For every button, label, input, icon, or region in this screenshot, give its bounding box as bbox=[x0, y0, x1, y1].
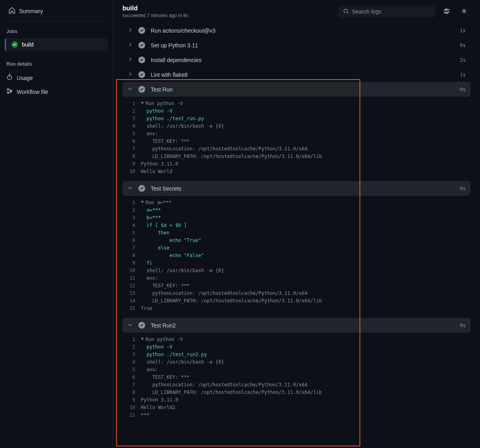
check-circle-icon bbox=[138, 42, 145, 49]
log-line: 7 else bbox=[122, 244, 470, 252]
search-input[interactable] bbox=[352, 8, 431, 15]
step-row[interactable]: Set up Python 3.110s bbox=[122, 38, 470, 53]
step-duration: 0s bbox=[460, 87, 466, 92]
chevron-right-icon bbox=[127, 42, 133, 49]
step-row[interactable]: Run actions/checkout@v31s bbox=[122, 23, 470, 38]
step-duration: 2s bbox=[460, 57, 466, 63]
log-line: 13 pythonLocation: /opt/hostedtoolcache/… bbox=[122, 290, 470, 297]
check-circle-icon bbox=[138, 56, 145, 63]
log-line: 1Run python -V bbox=[122, 100, 470, 107]
chevron-down-icon bbox=[127, 185, 133, 192]
job-item-build[interactable]: build bbox=[5, 38, 108, 51]
step-name: Install dependencies bbox=[151, 57, 455, 63]
step-name: Test Run2 bbox=[151, 322, 455, 329]
check-circle-icon bbox=[138, 86, 145, 93]
sidebar: Summary Jobs build Run details Usage Wor… bbox=[0, 0, 113, 448]
log-line: 3 b=*** bbox=[122, 214, 470, 222]
log-line: 11 env: bbox=[122, 275, 470, 282]
log-line: 10 shell: /usr/bin/bash -e {0} bbox=[122, 267, 470, 275]
step-name: Run actions/checkout@v3 bbox=[151, 27, 455, 34]
sidebar-usage[interactable]: Usage bbox=[0, 71, 113, 85]
sidebar-usage-label: Usage bbox=[17, 75, 33, 81]
step-name: Set up Python 3.11 bbox=[151, 42, 455, 49]
page-subtitle: succeeded 7 minutes ago in 8s bbox=[122, 13, 334, 18]
log-line: 7 pythonLocation: /opt/hostedtoolcache/P… bbox=[122, 381, 470, 389]
chevron-right-icon bbox=[127, 27, 133, 34]
log-line: 5 then bbox=[122, 229, 470, 237]
log-line: 14 LD_LIBRARY_PATH: /opt/hostedtoolcache… bbox=[122, 297, 470, 305]
log-line: 9 fi bbox=[122, 259, 470, 267]
gear-icon bbox=[461, 8, 467, 16]
step-name: Test Secrets bbox=[151, 185, 455, 192]
check-circle-icon bbox=[138, 322, 145, 329]
step-duration: 0s bbox=[460, 43, 466, 48]
log-line: 8 echo "False" bbox=[122, 252, 470, 259]
refresh-button[interactable] bbox=[440, 5, 453, 18]
step-duration: 0s bbox=[460, 186, 466, 191]
check-circle-icon bbox=[138, 71, 145, 78]
log-line: 1Run a=*** bbox=[122, 199, 470, 206]
chevron-right-icon bbox=[127, 71, 133, 78]
chevron-down-icon bbox=[127, 86, 133, 93]
sidebar-workflow-file[interactable]: Workflow file bbox=[0, 85, 113, 99]
log-line: 4 shell: /usr/bin/bash -e {0} bbox=[122, 358, 470, 366]
check-circle-icon bbox=[12, 41, 18, 48]
search-box[interactable] bbox=[338, 6, 435, 18]
log-line: 8 LD_LIBRARY_PATH: /opt/hostedtoolcache/… bbox=[122, 389, 470, 396]
log-line: 3 python ./test_run2.py bbox=[122, 351, 470, 358]
log-line: 10Hello World2 bbox=[122, 404, 470, 411]
step-row[interactable]: Lint with flake81s bbox=[122, 67, 470, 82]
log-block: 1Run python -V2 python -V3 python ./test… bbox=[122, 333, 470, 425]
sidebar-summary[interactable]: Summary bbox=[5, 5, 108, 17]
jobs-heading: Jobs bbox=[0, 26, 113, 37]
svg-point-5 bbox=[463, 10, 465, 12]
step-duration: 1s bbox=[460, 72, 466, 78]
log-line: 15True bbox=[122, 305, 470, 312]
settings-button[interactable] bbox=[458, 5, 470, 18]
log-line: 3 python ./test_run.py bbox=[122, 115, 470, 123]
step-row[interactable]: Test Run0s bbox=[122, 82, 470, 97]
log-line: 2 python -V bbox=[122, 343, 470, 351]
log-line: 4 shell: /usr/bin/bash -e {0} bbox=[122, 123, 470, 130]
step-name: Lint with flake8 bbox=[151, 72, 455, 78]
step-name: Test Run bbox=[151, 86, 455, 93]
header: build succeeded 7 minutes ago in 8s bbox=[113, 0, 480, 23]
step-row[interactable]: Test Run20s bbox=[122, 318, 470, 333]
chevron-down-icon bbox=[127, 322, 133, 329]
log-line: 8 LD_LIBRARY_PATH: /opt/hostedtoolcache/… bbox=[122, 153, 470, 160]
header-title-block: build succeeded 7 minutes ago in 8s bbox=[122, 5, 334, 18]
log-line: 6 TEST_KEY: *** bbox=[122, 138, 470, 145]
page-title: build bbox=[122, 5, 334, 12]
step-row[interactable]: Install dependencies2s bbox=[122, 53, 470, 67]
check-circle-icon bbox=[138, 27, 145, 34]
sidebar-summary-label: Summary bbox=[19, 8, 43, 14]
log-line: 4 if [ $a = $b ] bbox=[122, 222, 470, 229]
log-line: 6 TEST_KEY: *** bbox=[122, 374, 470, 381]
log-line: 9Python 3.11.0 bbox=[122, 396, 470, 404]
job-name: build bbox=[22, 41, 34, 48]
svg-point-2 bbox=[7, 92, 9, 93]
log-line: 9Python 3.11.0 bbox=[122, 160, 470, 168]
step-duration: 1s bbox=[460, 28, 466, 33]
step-row[interactable]: Test Secrets0s bbox=[122, 181, 470, 196]
log-line: 1Run python -V bbox=[122, 336, 470, 343]
refresh-icon bbox=[443, 8, 450, 16]
main: build succeeded 7 minutes ago in 8s Run … bbox=[113, 0, 480, 448]
svg-point-4 bbox=[344, 9, 348, 12]
log-line: 5 env: bbox=[122, 366, 470, 374]
log-line: 2 python -V bbox=[122, 107, 470, 115]
stopwatch-icon bbox=[6, 74, 13, 82]
log-block: 1Run python -V2 python -V3 python ./test… bbox=[122, 97, 470, 181]
steps-container: Run actions/checkout@v31sSet up Python 3… bbox=[113, 23, 480, 448]
check-circle-icon bbox=[138, 185, 145, 192]
svg-point-1 bbox=[7, 89, 9, 90]
log-block: 1Run a=***2 a=***3 b=***4 if [ $a = $b ]… bbox=[122, 196, 470, 318]
log-line: 10Hello World bbox=[122, 168, 470, 175]
log-line: 5 env: bbox=[122, 130, 470, 138]
log-line: 11*** bbox=[122, 411, 470, 419]
step-duration: 0s bbox=[460, 323, 466, 328]
workflow-icon bbox=[6, 88, 13, 95]
run-details-heading: Run details bbox=[0, 59, 113, 69]
home-icon bbox=[9, 7, 15, 15]
log-line: 2 a=*** bbox=[122, 206, 470, 214]
